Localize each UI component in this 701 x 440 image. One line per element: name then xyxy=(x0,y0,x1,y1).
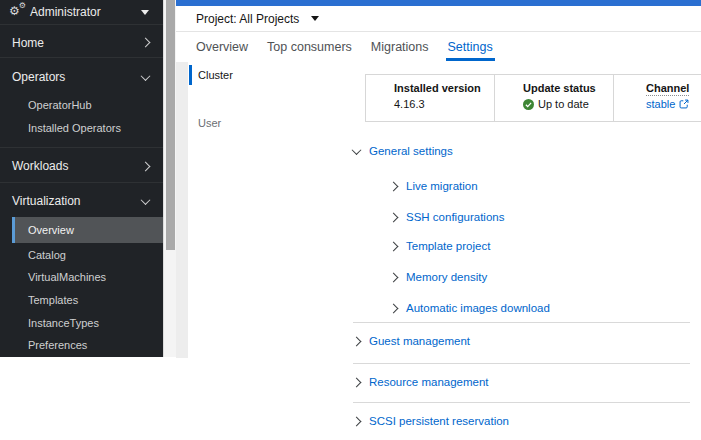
divider xyxy=(0,182,163,183)
sidebar-item-label: OperatorHub xyxy=(28,99,92,111)
sidebar-item-virtualization[interactable]: Virtualization xyxy=(0,187,163,215)
sidebar-item-label: VirtualMachines xyxy=(28,271,106,283)
settings-nav-user[interactable]: User xyxy=(189,113,221,133)
project-selector[interactable]: Project: All Projects xyxy=(196,12,299,26)
tab-label: Overview xyxy=(196,40,248,54)
perspective-switcher[interactable]: ⚙⚙ Administrator xyxy=(0,0,163,24)
external-link-icon xyxy=(679,99,689,109)
section-memory-density[interactable]: Memory density xyxy=(390,269,487,285)
section-label: Automatic images download xyxy=(406,302,550,314)
sidebar-item-label: Operators xyxy=(12,70,65,84)
channel-link[interactable]: stable xyxy=(646,98,701,110)
sidebar-item-instancetypes[interactable]: InstanceTypes xyxy=(0,312,163,334)
chevron-right-icon xyxy=(389,181,399,191)
chevron-right-icon xyxy=(352,416,362,426)
sidebar-item-overview-active[interactable]: Overview xyxy=(12,217,163,243)
chevron-right-icon xyxy=(389,303,399,313)
cogs-icon: ⚙⚙ xyxy=(10,5,24,19)
channel-link-text: stable xyxy=(646,98,675,110)
divider xyxy=(0,24,163,25)
check-circle-icon xyxy=(523,99,534,110)
sidebar-item-operatorhub[interactable]: OperatorHub xyxy=(0,94,163,116)
section-general-settings[interactable]: General settings xyxy=(353,143,453,159)
section-live-migration[interactable]: Live migration xyxy=(390,178,478,194)
divider xyxy=(0,57,163,58)
divider xyxy=(353,322,690,323)
sidebar-item-home[interactable]: Home xyxy=(0,28,163,57)
section-guest-management[interactable]: Guest management xyxy=(353,333,470,349)
settings-nav-label: User xyxy=(198,117,221,129)
settings-panel: Cluster User Installed version 4.16.3 Up… xyxy=(176,62,701,440)
update-status-text: Up to date xyxy=(538,98,589,110)
update-status-label: Update status xyxy=(523,82,613,94)
section-label: Resource management xyxy=(369,376,489,388)
sidebar-item-workloads[interactable]: Workloads xyxy=(0,152,163,180)
sidebar-item-templates[interactable]: Templates xyxy=(0,289,163,311)
sidebar-scrollbar-thumb[interactable] xyxy=(166,0,175,250)
sidebar-item-installed-operators[interactable]: Installed Operators xyxy=(0,117,163,139)
chevron-down-icon xyxy=(352,145,362,155)
sidebar-item-label: Installed Operators xyxy=(28,122,121,134)
section-label: Live migration xyxy=(406,180,478,192)
sidebar-item-label: Virtualization xyxy=(12,194,80,208)
sidebar-item-virtualmachines[interactable]: VirtualMachines xyxy=(0,266,163,288)
page-background-strip xyxy=(176,62,188,358)
section-automatic-images-download[interactable]: Automatic images download xyxy=(390,300,550,316)
project-bar: Project: All Projects xyxy=(176,6,701,32)
settings-nav-cluster[interactable]: Cluster xyxy=(189,65,233,85)
tab-settings[interactable]: Settings xyxy=(448,32,493,62)
tab-label: Top consumers xyxy=(267,40,352,54)
installed-version-label: Installed version xyxy=(394,82,494,94)
sidebar-item-catalog[interactable]: Catalog xyxy=(0,244,163,266)
perspective-label: Administrator xyxy=(30,5,101,19)
channel-label: Channel xyxy=(646,82,701,94)
update-status-value: Up to date xyxy=(523,98,613,110)
tab-migrations[interactable]: Migrations xyxy=(371,32,429,62)
tab-top-consumers[interactable]: Top consumers xyxy=(267,32,352,62)
version-card: Installed version 4.16.3 Update status U… xyxy=(365,74,701,122)
caret-down-icon xyxy=(141,10,149,15)
sidebar-item-label: Overview xyxy=(28,224,74,236)
chevron-right-icon xyxy=(141,161,151,171)
section-scsi-persistent-reservation[interactable]: SCSI persistent reservation xyxy=(353,413,509,429)
tab-overview[interactable]: Overview xyxy=(196,32,248,62)
section-label: General settings xyxy=(369,145,453,157)
sidebar-item-label: Workloads xyxy=(12,159,68,173)
chevron-down-icon xyxy=(141,71,151,81)
section-resource-management[interactable]: Resource management xyxy=(353,374,489,390)
chevron-right-icon xyxy=(141,38,151,48)
update-status-column: Update status Up to date xyxy=(495,75,614,121)
main-content: Project: All Projects Overview Top consu… xyxy=(176,0,701,440)
installed-version-value: 4.16.3 xyxy=(394,98,494,110)
sidebar-scrollbar[interactable] xyxy=(163,0,176,357)
sidebar-item-label: InstanceTypes xyxy=(28,317,99,329)
section-ssh-configurations[interactable]: SSH configurations xyxy=(390,209,504,225)
chevron-right-icon xyxy=(389,241,399,251)
sidebar-item-label: Catalog xyxy=(28,249,66,261)
installed-version-column: Installed version 4.16.3 xyxy=(366,75,495,121)
chevron-right-icon xyxy=(389,272,399,282)
section-label: Guest management xyxy=(369,335,470,347)
side-navigation: ⚙⚙ Administrator Home Operators Operator… xyxy=(0,0,163,357)
section-template-project[interactable]: Template project xyxy=(390,238,490,254)
sidebar-item-label: Templates xyxy=(28,294,78,306)
overview-tabs: Overview Top consumers Migrations Settin… xyxy=(196,32,493,62)
chevron-down-icon xyxy=(141,195,151,205)
tab-label: Migrations xyxy=(371,40,429,54)
section-label: SSH configurations xyxy=(406,211,504,223)
divider xyxy=(0,147,163,148)
chevron-right-icon xyxy=(352,377,362,387)
section-label: Template project xyxy=(406,240,490,252)
tab-label: Settings xyxy=(448,40,493,54)
divider xyxy=(353,363,690,364)
section-label: SCSI persistent reservation xyxy=(369,415,509,427)
caret-down-icon[interactable] xyxy=(311,16,319,21)
sidebar-item-label: Home xyxy=(12,36,44,50)
channel-label-text[interactable]: Channel xyxy=(646,82,689,96)
divider xyxy=(353,402,690,403)
chevron-right-icon xyxy=(352,336,362,346)
sidebar-item-operators[interactable]: Operators xyxy=(0,63,163,91)
channel-column: Channel stable xyxy=(614,75,701,121)
settings-nav-label: Cluster xyxy=(198,69,233,81)
sidebar-item-preferences[interactable]: Preferences xyxy=(0,334,163,356)
